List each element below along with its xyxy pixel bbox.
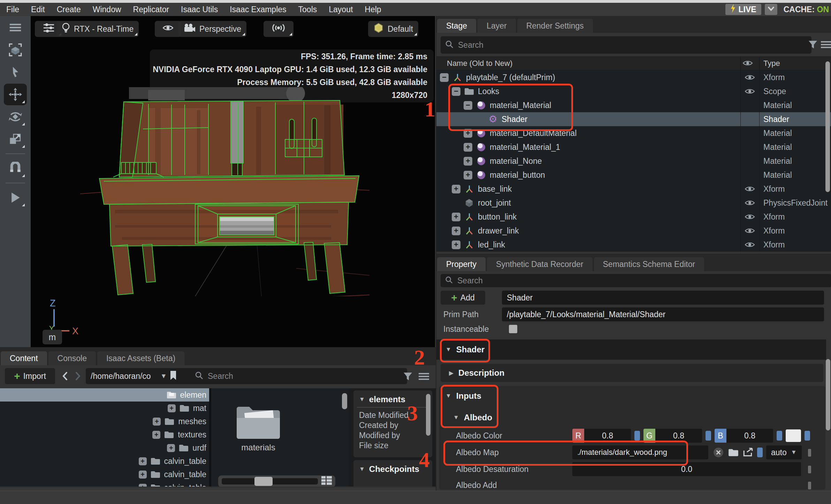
link-toggle-icon[interactable] — [757, 448, 763, 457]
stage-options-button[interactable] — [820, 38, 831, 51]
open-external-icon[interactable] — [742, 448, 754, 457]
grid-view-icon[interactable] — [321, 476, 332, 487]
grid-unit-button[interactable]: m — [43, 330, 62, 344]
clear-map-button[interactable] — [712, 446, 724, 458]
visibility-eye-icon[interactable] — [740, 88, 759, 95]
stage-tab-stage[interactable]: Stage — [437, 19, 476, 33]
menu-item-isaac-utils[interactable]: Isaac Utils — [181, 5, 218, 14]
property-tab-synthetic-data-recorder[interactable]: Synthetic Data Recorder — [487, 257, 593, 271]
link-toggle-icon[interactable] — [634, 431, 640, 441]
instanceable-checkbox[interactable] — [509, 325, 517, 333]
content-tab-isaac-assets-beta[interactable]: Isaac Assets (Beta) — [97, 351, 184, 365]
menu-item-window[interactable]: Window — [93, 5, 121, 14]
description-section-header[interactable]: ▶Description — [441, 364, 823, 382]
menu-item-layout[interactable]: Layout — [329, 5, 353, 14]
stage-tab-layer[interactable]: Layer — [478, 19, 516, 33]
expander-plus-icon[interactable]: + — [139, 471, 147, 479]
expander-minus-icon[interactable]: − — [440, 73, 449, 82]
menu-item-tools[interactable]: Tools — [298, 5, 317, 14]
expander-plus-icon[interactable]: + — [152, 431, 160, 439]
grid-item-materials[interactable]: materials — [230, 402, 286, 452]
move-tool-icon[interactable] — [4, 84, 27, 105]
stage-search-input[interactable] — [457, 40, 807, 50]
stage-row-material-none[interactable]: +material_NoneMaterial — [436, 154, 831, 168]
content-tree-item-calvin-table[interactable]: +calvin_table — [0, 455, 209, 468]
live-dropdown-button[interactable] — [765, 4, 777, 15]
menu-item-edit[interactable]: Edit — [31, 5, 45, 14]
rotate-tool-icon[interactable] — [4, 106, 27, 128]
live-sync-button[interactable]: LIVE — [725, 4, 761, 15]
expander-plus-icon[interactable]: + — [452, 227, 460, 235]
property-tab-semantics-schema-editor[interactable]: Semantics Schema Editor — [594, 257, 704, 271]
visibility-eye-icon[interactable] — [740, 74, 759, 81]
expander-plus-icon[interactable]: + — [464, 171, 472, 180]
expander-plus-icon[interactable]: + — [464, 143, 472, 152]
property-search-input[interactable] — [457, 276, 828, 286]
stage-row-button-link[interactable]: +button_linkXform — [436, 210, 831, 224]
snap-tool-icon[interactable] — [4, 158, 27, 179]
content-tab-content[interactable]: Content — [1, 351, 47, 365]
colorspace-dropdown[interactable]: auto▼ — [766, 445, 802, 459]
expander-plus-icon[interactable]: + — [452, 240, 460, 249]
stage-scrollbar[interactable] — [825, 61, 830, 192]
content-search[interactable] — [190, 368, 407, 384]
render-profile-button[interactable]: Default — [368, 21, 418, 37]
content-tree-item-calvin-table[interactable]: +calvin_table — [0, 481, 209, 487]
albedo-color-swatch[interactable] — [786, 429, 801, 442]
selection-mode-tool-icon[interactable] — [4, 39, 27, 61]
stage-row-root-joint[interactable]: root_jointPhysicsFixedJoint — [436, 196, 831, 210]
import-button[interactable]: +Import — [5, 368, 55, 384]
nav-back-button[interactable] — [59, 370, 70, 382]
visibility-eye-icon[interactable] — [740, 199, 759, 206]
content-tree-item-elemen[interactable]: elemen — [0, 388, 209, 402]
channel-b-value[interactable]: 0.8 — [726, 429, 773, 443]
stage-filter-button[interactable] — [807, 38, 819, 51]
content-tab-console[interactable]: Console — [48, 351, 96, 365]
stage-column-headers[interactable]: Name (Old to New) Type — [436, 56, 831, 70]
expander-plus-icon[interactable]: + — [139, 484, 147, 487]
triangle-down-icon[interactable]: ▼ — [160, 372, 167, 380]
visibility-eye-icon[interactable] — [740, 241, 759, 248]
add-property-button[interactable]: +Add — [441, 291, 485, 305]
content-tree-item-urdf[interactable]: +urdf — [0, 441, 209, 455]
stage-row-base-link[interactable]: +base_linkXform — [436, 182, 831, 196]
visibility-options-button[interactable] — [155, 21, 181, 37]
select-tool-icon[interactable] — [4, 61, 27, 83]
expander-plus-icon[interactable]: + — [452, 185, 460, 193]
details-scrollbar[interactable] — [426, 394, 430, 436]
expander-plus-icon[interactable]: + — [464, 157, 472, 166]
content-tree-item-mat[interactable]: +mat — [0, 402, 209, 415]
toolbar-menu-icon[interactable] — [4, 17, 27, 38]
browse-folder-icon[interactable] — [728, 448, 739, 457]
viewport-3d[interactable]: RTX - Real-Time Perspective Default FPS:… — [31, 16, 435, 347]
content-options-button[interactable] — [418, 370, 430, 383]
content-tree-item-textures[interactable]: +textures — [0, 428, 209, 441]
grid-scrollbar[interactable] — [342, 393, 347, 409]
scale-tool-icon[interactable] — [4, 128, 27, 150]
expander-plus-icon[interactable]: + — [153, 418, 161, 426]
property-tab-property[interactable]: Property — [437, 257, 486, 271]
prim-name-field[interactable]: Shader — [502, 291, 824, 305]
shader-section-header[interactable]: ▼Shader — [436, 339, 826, 360]
zoom-slider-track[interactable] — [222, 478, 318, 484]
expander-plus-icon[interactable]: + — [168, 404, 176, 412]
path-bar[interactable]: ▼ — [86, 368, 195, 384]
prim-path-field[interactable]: /playtable_7/Looks/material_Material/Sha… — [502, 307, 824, 321]
menu-item-create[interactable]: Create — [57, 5, 81, 14]
property-search[interactable] — [441, 274, 831, 287]
expander-plus-icon[interactable]: + — [452, 213, 460, 221]
visibility-eye-icon[interactable] — [740, 213, 759, 220]
bookmark-icon[interactable] — [170, 371, 177, 382]
nav-forward-button[interactable] — [73, 370, 84, 382]
stage-row-led-link[interactable]: +led_linkXform — [436, 238, 831, 252]
stage-row-playtable-7-defaultprim[interactable]: −playtable_7 (defaultPrim)Xform — [436, 70, 831, 84]
stage-tab-render-settings[interactable]: Render Settings — [517, 19, 593, 33]
content-search-input[interactable] — [207, 371, 403, 381]
content-tree-item-meshes[interactable]: +meshes — [0, 415, 209, 428]
render-mode-button[interactable]: RTX - Real-Time — [56, 21, 139, 37]
visibility-eye-icon[interactable] — [740, 185, 759, 192]
property-scrollbar[interactable] — [826, 359, 830, 430]
menu-item-replicator[interactable]: Replicator — [133, 5, 169, 14]
content-tree-item-calvin-table[interactable]: +calvin_table — [0, 468, 209, 481]
link-toggle-icon[interactable] — [805, 431, 810, 441]
